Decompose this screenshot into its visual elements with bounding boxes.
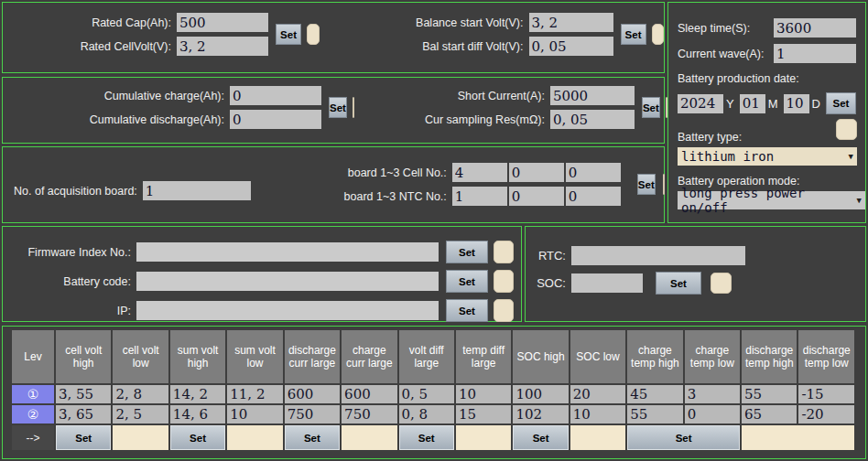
table-cell-volt-low-input[interactable] — [113, 425, 168, 450]
battery-mode-select[interactable]: long press power on/off ▼ — [678, 191, 865, 209]
bal-start-diff-volt-input[interactable] — [529, 37, 613, 56]
table-set-discharge-curr-button[interactable]: Set — [285, 425, 340, 450]
board3-ntc-no-input[interactable] — [566, 187, 621, 206]
table-cell: 45 — [627, 385, 682, 403]
table-charge-curr-input[interactable] — [342, 425, 396, 450]
rated-set-button[interactable]: Set — [276, 24, 301, 45]
board2-cell-no-input[interactable] — [509, 163, 564, 182]
col-discharge-temp-low: discharge temp low — [798, 330, 854, 383]
table-row-level1: ① 3, 55 2, 8 14, 2 11, 2 600 600 0, 5 10… — [12, 385, 854, 403]
production-year-input[interactable] — [678, 94, 723, 113]
production-day-input[interactable] — [784, 94, 809, 113]
acquisition-board-input[interactable] — [143, 181, 251, 200]
table-row-level2: ② 3, 65 2, 5 14, 6 10 750 750 0, 8 15 10… — [12, 405, 854, 423]
col-charge-curr-large: charge curr large — [342, 330, 396, 383]
short-current-label: Short Current(A): — [363, 90, 545, 102]
cumulative-set-button[interactable]: Set — [329, 97, 347, 118]
board1-cell-no-input[interactable] — [452, 163, 507, 182]
table-sum-volt-low-input[interactable] — [227, 425, 282, 450]
firmware-index-input[interactable] — [136, 242, 439, 262]
sleep-time-label: Sleep time(S): — [678, 22, 750, 35]
col-soc-high: SOC high — [513, 330, 568, 383]
rated-cap-input[interactable] — [177, 13, 268, 32]
ip-input[interactable] — [136, 301, 439, 320]
soc-input[interactable] — [571, 273, 643, 293]
board1-ntc-no-input[interactable] — [452, 187, 507, 206]
cumulative-charge-input[interactable] — [230, 86, 321, 105]
balance-status-box — [652, 24, 664, 45]
table-discharge-temp-input[interactable] — [742, 425, 854, 450]
table-set-volt-diff-button[interactable]: Set — [399, 425, 454, 450]
table-set-charge-temp-button[interactable]: Set — [627, 425, 740, 450]
table-cell: 0, 8 — [399, 405, 454, 423]
table-cell: 100 — [513, 385, 568, 403]
table-temp-diff-input[interactable] — [456, 425, 511, 450]
ip-status-box — [494, 299, 514, 322]
section-rated-balance: Rated Cap(Ah): Rated CellVolt(V): Set Ba… — [2, 2, 665, 73]
cumulative-discharge-label: Cumulative discharge(Ah): — [14, 113, 224, 126]
table-cell: 55 — [742, 385, 797, 403]
table-cell: -15 — [798, 385, 854, 403]
battery-code-status-box — [494, 270, 514, 293]
table-cell: 20 — [570, 385, 625, 403]
table-cell: 10 — [570, 405, 625, 423]
soc-set-button[interactable]: Set — [656, 272, 701, 295]
table-cell: 10 — [227, 405, 282, 423]
balance-start-volt-input[interactable] — [529, 13, 613, 32]
battery-code-input[interactable] — [136, 272, 439, 291]
section-acquisition-board: No. of acquisition board: board 1~3 Cell… — [2, 146, 665, 223]
current-wave-input[interactable] — [774, 44, 856, 63]
firmware-status-box — [494, 241, 514, 263]
table-cell: 3, 65 — [56, 405, 111, 423]
table-cell: 14, 6 — [170, 405, 225, 423]
table-cell: 750 — [342, 405, 396, 423]
firmware-set-button[interactable]: Set — [446, 241, 488, 263]
level2-badge: ② — [12, 405, 54, 423]
table-set-soc-button[interactable]: Set — [513, 425, 568, 450]
table-soc-low-input[interactable] — [570, 425, 625, 450]
table-cell: 0 — [685, 405, 740, 423]
table-cell: 3, 55 — [56, 385, 111, 403]
col-charge-temp-low: charge temp low — [685, 330, 740, 383]
production-month-input[interactable] — [740, 94, 765, 113]
short-current-input[interactable] — [550, 86, 635, 105]
battery-code-label: Battery code: — [3, 275, 131, 288]
date-status-box — [836, 119, 857, 140]
section-rtc-soc: RTC: SOC: Set — [525, 226, 866, 322]
table-cell: 11, 2 — [227, 385, 282, 403]
acquisition-board-label: No. of acquisition board: — [14, 185, 137, 198]
section-cumulative-short: Cumulative charge(Ah): Cumulative discha… — [2, 77, 665, 144]
cumulative-discharge-input[interactable] — [230, 110, 321, 129]
board2-ntc-no-input[interactable] — [509, 187, 564, 206]
section-system-settings: Sleep time(S): Current wave(A): Battery … — [667, 2, 866, 223]
table-cell: 0, 5 — [399, 385, 454, 403]
table-set-sum-volt-button[interactable]: Set — [170, 425, 225, 450]
ip-set-button[interactable]: Set — [446, 299, 488, 322]
table-cell: 750 — [285, 405, 340, 423]
date-set-button[interactable]: Set — [826, 92, 856, 114]
table-cell: -20 — [798, 405, 854, 423]
rated-cellvolt-input[interactable] — [177, 37, 268, 56]
table-header-row: Lev cell volt high cell volt low sum vol… — [12, 330, 854, 383]
table-cell: 600 — [342, 385, 396, 403]
battery-code-set-button[interactable]: Set — [446, 270, 488, 293]
sleep-time-input[interactable] — [774, 18, 856, 38]
col-charge-temp-high: charge temp high — [627, 330, 682, 383]
protection-table: Lev cell volt high cell volt low sum vol… — [10, 328, 856, 452]
battery-mode-value: long press power on/off — [681, 186, 857, 215]
section-codes: Firmware Index No.: Set Battery code: Se… — [2, 226, 522, 322]
battery-type-select[interactable]: lithium iron ▼ — [678, 147, 857, 166]
table-set-cell-volt-button[interactable]: Set — [56, 425, 111, 450]
cur-sampling-res-input[interactable] — [550, 110, 635, 129]
board3-cell-no-input[interactable] — [566, 163, 621, 182]
table-cell: 3 — [685, 385, 740, 403]
col-soc-low: SOC low — [570, 330, 625, 383]
board-set-button[interactable]: Set — [637, 174, 656, 195]
col-cell-volt-low: cell volt low — [113, 330, 168, 383]
short-set-button[interactable]: Set — [642, 97, 660, 118]
rtc-input[interactable] — [571, 246, 745, 265]
col-cell-volt-high: cell volt high — [56, 330, 111, 383]
col-discharge-curr-large: discharge curr large — [285, 330, 340, 383]
balance-set-button[interactable]: Set — [621, 24, 646, 45]
col-sum-volt-high: sum volt high — [170, 330, 225, 383]
